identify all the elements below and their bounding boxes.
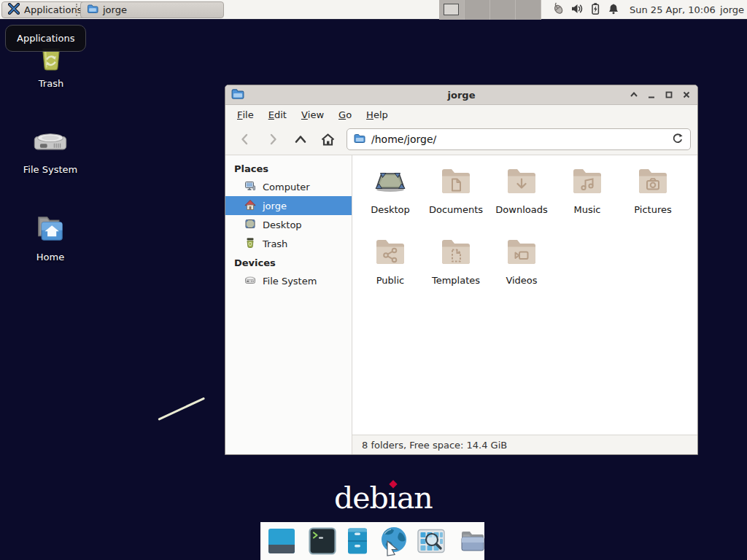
desktop-surface-icon xyxy=(373,163,408,201)
statusbar-text: 8 folders, Free space: 14.4 GiB xyxy=(362,440,507,451)
taskbar-window-label: jorge xyxy=(103,4,127,15)
downloads-folder-icon xyxy=(504,163,539,201)
sidebar-item-label: Trash xyxy=(263,238,287,249)
terminal-icon[interactable] xyxy=(308,526,337,556)
workspace-3[interactable] xyxy=(490,0,516,20)
file-item-label: Public xyxy=(376,275,404,286)
sidebar-item-desktop[interactable]: Desktop xyxy=(225,215,352,234)
desktop-icon xyxy=(244,218,256,232)
sidebar-item-file-system[interactable]: File System xyxy=(225,271,352,290)
file-item-label: Desktop xyxy=(371,204,410,215)
templates-folder-icon xyxy=(438,234,473,271)
sidebar-item-label: File System xyxy=(263,276,317,287)
desktop-icon-label: Trash xyxy=(20,78,82,89)
menu-file[interactable]: File xyxy=(230,105,261,124)
panel-user-menu[interactable]: jorge xyxy=(720,0,744,20)
applications-menu-label: Applications xyxy=(24,4,82,15)
sidebar-item-label: jorge xyxy=(263,201,287,211)
hard-drive-icon xyxy=(20,122,81,160)
debian-wordmark: debıan xyxy=(334,481,433,516)
reload-icon[interactable] xyxy=(672,133,684,147)
menubar: File Edit View Go Help xyxy=(225,105,697,124)
tooltip-label: Applications xyxy=(17,33,74,44)
titlebar[interactable]: jorge xyxy=(225,85,697,105)
forward-button[interactable] xyxy=(260,128,285,151)
up-button[interactable] xyxy=(287,128,313,151)
file-manager-icon[interactable] xyxy=(343,526,372,556)
file-item-desktop[interactable]: Desktop xyxy=(357,163,423,234)
music-folder-icon xyxy=(570,163,605,201)
mouse-icon[interactable] xyxy=(551,2,565,18)
path-folder-icon xyxy=(354,133,365,146)
maximize-button[interactable] xyxy=(663,90,674,101)
file-item-label: Videos xyxy=(506,275,537,286)
back-button[interactable] xyxy=(232,128,258,151)
file-view[interactable]: Desktop Documents xyxy=(352,155,697,435)
home-button[interactable] xyxy=(315,128,341,151)
file-manager-window: jorge File Edit View Go Help xyxy=(225,85,698,455)
file-item-label: Templates xyxy=(432,275,480,286)
desktop-icon-file-system[interactable]: File System xyxy=(20,122,81,175)
file-item-pictures[interactable]: Pictures xyxy=(620,163,686,234)
battery-icon[interactable] xyxy=(589,2,602,18)
folder-launcher-icon[interactable] xyxy=(458,527,487,555)
window-title: jorge xyxy=(225,90,697,101)
file-item-label: Downloads xyxy=(495,204,547,215)
web-browser-icon[interactable] xyxy=(378,525,410,557)
shade-button[interactable] xyxy=(628,90,639,101)
desktop-icon-home[interactable]: Home xyxy=(20,210,81,262)
workspace-switcher[interactable] xyxy=(439,0,541,20)
sidebar-item-computer[interactable]: Computer xyxy=(225,177,352,196)
workspace-4[interactable] xyxy=(516,0,541,20)
top-panel: Applications jorge xyxy=(0,0,747,20)
sidebar-places-header: Places xyxy=(225,159,352,177)
desktop-icon-label: Home xyxy=(20,252,81,262)
desktop-icon-label: File System xyxy=(20,164,81,175)
menu-go[interactable]: Go xyxy=(331,105,359,124)
stray-line-artifact xyxy=(158,397,205,421)
public-folder-icon xyxy=(373,234,408,271)
minimize-button[interactable] xyxy=(646,90,657,101)
applications-tooltip: Applications xyxy=(5,25,86,52)
documents-folder-icon xyxy=(438,163,473,201)
file-item-music[interactable]: Music xyxy=(554,163,620,234)
statusbar: 8 folders, Free space: 14.4 GiB xyxy=(352,435,697,454)
file-item-public[interactable]: Public xyxy=(357,234,423,305)
home-folder-icon xyxy=(20,210,81,248)
panel-clock[interactable]: Sun 25 Apr, 10:06 xyxy=(630,0,716,20)
file-item-label: Pictures xyxy=(634,204,671,215)
show-desktop-icon[interactable] xyxy=(267,526,296,556)
file-item-label: Music xyxy=(574,204,601,215)
application-finder-icon[interactable] xyxy=(416,526,446,556)
videos-folder-icon xyxy=(504,234,539,271)
file-item-videos[interactable]: Videos xyxy=(489,234,554,305)
sidebar-item-trash[interactable]: Trash xyxy=(225,234,352,253)
menu-edit[interactable]: Edit xyxy=(261,105,294,124)
location-bar[interactable]: /home/jorge/ xyxy=(347,128,691,150)
file-item-downloads[interactable]: Downloads xyxy=(489,163,554,234)
workspace-1[interactable] xyxy=(439,0,465,20)
workspace-window-preview xyxy=(444,4,459,15)
taskbar-grip[interactable] xyxy=(76,4,78,16)
home-icon xyxy=(244,199,256,213)
computer-icon xyxy=(244,180,256,194)
taskbar-window-button[interactable]: jorge xyxy=(80,1,224,18)
sidebar: Places Computer xyxy=(225,155,352,454)
sidebar-item-label: Computer xyxy=(263,182,310,192)
menu-view[interactable]: View xyxy=(294,105,331,124)
file-item-templates[interactable]: Templates xyxy=(423,234,489,305)
menu-help[interactable]: Help xyxy=(359,105,395,124)
workspace-2[interactable] xyxy=(465,0,490,20)
volume-icon[interactable] xyxy=(570,2,584,18)
pictures-folder-icon xyxy=(635,163,670,201)
toolbar: /home/jorge/ xyxy=(225,124,697,155)
trash-small-icon xyxy=(244,237,256,251)
file-item-documents[interactable]: Documents xyxy=(423,163,489,234)
system-tray xyxy=(551,0,620,20)
notifications-bell-icon[interactable] xyxy=(607,2,620,18)
close-button[interactable] xyxy=(681,90,692,101)
path-input[interactable]: /home/jorge/ xyxy=(371,133,666,145)
sidebar-item-jorge[interactable]: jorge xyxy=(225,196,352,215)
sidebar-devices-header: Devices xyxy=(225,253,352,271)
xfce-applications-icon xyxy=(8,3,20,17)
